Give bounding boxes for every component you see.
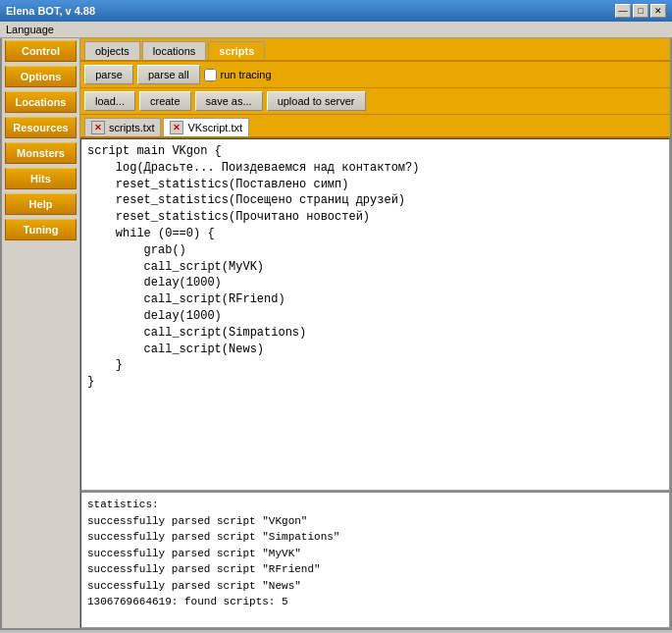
sidebar-item-resources[interactable]: Resources [5, 117, 77, 138]
parse-all-button[interactable]: parse all [137, 65, 200, 84]
create-button[interactable]: create [139, 91, 191, 111]
content-area: objects locations scripts parse parse al… [80, 38, 670, 628]
sidebar-item-hits[interactable]: Hits [5, 168, 77, 189]
toolbar-row-2: load... create save as... upload to serv… [80, 88, 670, 115]
sidebar: Control Options Locations Resources Mons… [2, 38, 80, 628]
script-tabs: ✕ scripts.txt ✕ VKscript.txt [80, 115, 670, 138]
load-button[interactable]: load... [84, 91, 135, 111]
run-tracing-label: run tracing [204, 69, 272, 81]
close-button[interactable]: ✕ [650, 4, 666, 18]
save-as-button[interactable]: save as... [195, 91, 263, 111]
close-vkscript-txt-icon[interactable]: ✕ [170, 121, 183, 134]
toolbar-row-1: parse parse all run tracing [80, 62, 670, 88]
close-scripts-txt-icon[interactable]: ✕ [91, 121, 105, 134]
sidebar-item-control[interactable]: Control [5, 40, 77, 62]
run-tracing-text: run tracing [221, 69, 272, 80]
sidebar-item-help[interactable]: Help [5, 193, 77, 215]
window-controls: — □ ✕ [615, 4, 666, 18]
code-editor[interactable]: script main VKgon { log(Драсьте... Поизд… [80, 138, 670, 491]
sidebar-item-tuning[interactable]: Tuning [5, 219, 77, 240]
minimize-button[interactable]: — [615, 4, 631, 18]
sidebar-item-locations[interactable]: Locations [5, 91, 77, 113]
tab-objects[interactable]: objects [84, 41, 140, 60]
vkscript-txt-label: VKscript.txt [187, 122, 242, 133]
tab-scripts[interactable]: scripts [208, 41, 265, 60]
editor-container: script main VKgon { log(Драсьте... Поизд… [80, 138, 670, 628]
script-tab-scripts-txt[interactable]: ✕ scripts.txt [84, 118, 161, 136]
sidebar-item-monsters[interactable]: Monsters [5, 142, 77, 164]
script-tab-vkscript-txt[interactable]: ✕ VKscript.txt [163, 118, 249, 136]
main-window: Control Options Locations Resources Mons… [0, 38, 672, 630]
menu-bar[interactable]: Language [0, 22, 672, 38]
run-tracing-checkbox[interactable] [204, 69, 217, 81]
scripts-txt-label: scripts.txt [109, 122, 154, 133]
tab-locations[interactable]: locations [142, 41, 206, 60]
upload-to-server-button[interactable]: upload to server [267, 91, 366, 111]
maximize-button[interactable]: □ [633, 4, 648, 18]
parse-button[interactable]: parse [84, 65, 133, 84]
output-console: statistics: successfully parsed script "… [80, 491, 670, 628]
language-menu[interactable]: Language [6, 24, 54, 35]
sidebar-item-options[interactable]: Options [5, 66, 77, 87]
main-tab-bar: objects locations scripts [80, 38, 670, 62]
title-bar: Elena BOT, v 4.88 — □ ✕ [0, 0, 672, 22]
window-title: Elena BOT, v 4.88 [6, 5, 95, 17]
